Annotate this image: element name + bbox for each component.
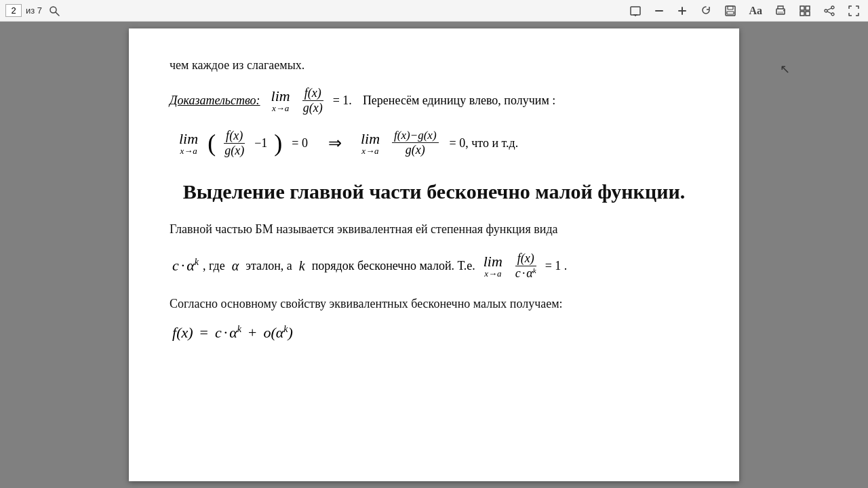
svg-rect-12 [778, 12, 783, 14]
page-number-input[interactable] [5, 4, 22, 17]
formula-line-1: c · αk , где α эталон, а k порядок беско… [172, 251, 698, 281]
fraction-fx-gx-2: f(x) g(x) [222, 129, 246, 158]
frac-num-2: f(x) [224, 129, 245, 144]
close-paren: ) [274, 131, 282, 155]
document-area: чем каждое из слагаемых. Доказательство:… [0, 22, 868, 488]
fullscreen-icon[interactable] [845, 3, 863, 18]
lim-3: lim x→a [361, 131, 381, 155]
para-2: Согласно основному свойству эквивалентны… [170, 294, 698, 314]
thumbnails-icon[interactable] [796, 3, 814, 18]
proof-text: Перенесём единицу влево, получим : [363, 94, 555, 108]
fraction-fx-gx: f(x) g(x) [301, 86, 325, 115]
svg-rect-14 [800, 6, 804, 10]
frac-denominator-gx: g(x) [301, 101, 325, 115]
frac-num-diff: f(x)−g(x) [392, 129, 438, 143]
toolbar-left: из 7 [5, 4, 62, 18]
para-1: Главной частью БМ называется эквивалентн… [170, 220, 698, 239]
bottom-fx: f(x) [172, 324, 193, 342]
formula-text-1: , где [203, 259, 225, 273]
rotate-icon[interactable] [697, 3, 715, 18]
frac-den-diff: g(x) [403, 143, 427, 157]
search-icon [49, 5, 60, 16]
document-page: чем каждое из слагаемых. Доказательство:… [129, 28, 739, 481]
eq-result-3: = 0, что и т.д. [450, 136, 519, 150]
lim-4: lim x→a [484, 254, 504, 278]
print-icon-svg [774, 5, 787, 17]
svg-line-22 [827, 12, 831, 14]
svg-rect-16 [800, 12, 804, 16]
eq-alpha-result: = 1 . [545, 259, 568, 273]
toolbar: из 7 [0, 0, 868, 22]
save-icon[interactable] [722, 3, 739, 18]
bottom-c-alpha-k: c·αk [215, 324, 241, 342]
svg-line-1 [56, 12, 59, 16]
eq-1: = 1. [333, 94, 352, 108]
svg-point-19 [825, 9, 827, 12]
toolbar-right: Aa [627, 3, 863, 18]
bottom-plus: + [248, 324, 256, 342]
bottom-eq: = [200, 324, 208, 342]
open-paren: ( [208, 131, 216, 155]
svg-point-18 [831, 6, 834, 9]
eq-zero-1: = 0 [292, 136, 308, 150]
svg-point-13 [783, 9, 785, 11]
top-text: чем каждое из слагаемых. [170, 56, 698, 75]
svg-line-21 [827, 8, 831, 10]
cursor-icon: ↖ [780, 62, 790, 77]
eq-block-2: lim x→a ( f(x) g(x) −1 ) = 0 ⇒ lim x→a [176, 129, 698, 158]
zoom-out-icon[interactable] [651, 4, 667, 18]
svg-rect-15 [806, 6, 810, 10]
frac-den-alpha: c·αk [513, 266, 538, 281]
zoom-in-icon[interactable] [674, 4, 690, 18]
text-icon[interactable]: Aa [746, 3, 765, 18]
frac-num-alpha: f(x) [515, 251, 536, 266]
alpha-label: α [232, 258, 239, 274]
svg-point-20 [831, 13, 834, 16]
minus-icon-svg [654, 5, 665, 16]
plus-icon-svg [677, 5, 688, 16]
implies-arrow: ⇒ [328, 134, 342, 152]
rotate-icon-svg [700, 5, 712, 17]
search-button[interactable] [46, 4, 62, 18]
fullscreen-icon-svg [848, 5, 860, 17]
minus-1: −1 [254, 136, 267, 150]
bottom-o: o(αk) [263, 324, 292, 342]
c-alpha-k-expr: c · αk [172, 257, 199, 274]
frac-numerator-fx: f(x) [302, 86, 323, 101]
thumbnails-icon-svg [799, 5, 811, 17]
heading-section: Выделение главной части бесконечно малой… [170, 178, 698, 205]
page-total: из 7 [26, 5, 42, 16]
svg-rect-17 [806, 12, 810, 16]
save-icon-svg [724, 5, 736, 17]
k-label-2: k [299, 258, 305, 274]
share-icon[interactable] [821, 3, 838, 18]
fit-icon-svg [629, 5, 642, 17]
fraction-alpha: f(x) c·αk [513, 251, 538, 281]
share-icon-svg [823, 5, 835, 17]
svg-rect-2 [631, 7, 640, 15]
print-icon[interactable] [772, 3, 789, 18]
formula-text-2: эталон, а [245, 259, 292, 273]
proof-label: Доказательство: [170, 94, 260, 108]
lim-2: lim x→a [179, 131, 199, 155]
main-heading: Выделение главной части бесконечно малой… [170, 178, 698, 205]
fit-page-icon[interactable] [627, 3, 644, 18]
formula-text-3: порядок бесконечно малой. Т.е. [312, 259, 475, 273]
fraction-diff: f(x)−g(x) g(x) [392, 129, 438, 157]
frac-den-2: g(x) [222, 144, 246, 158]
bottom-formula: f(x) = c·αk + o(αk) [172, 324, 698, 342]
limit-expr-1: lim x→a [271, 89, 290, 113]
svg-rect-10 [727, 12, 734, 14]
proof-section: Доказательство: lim x→a f(x) g(x) = 1. П… [170, 86, 698, 115]
